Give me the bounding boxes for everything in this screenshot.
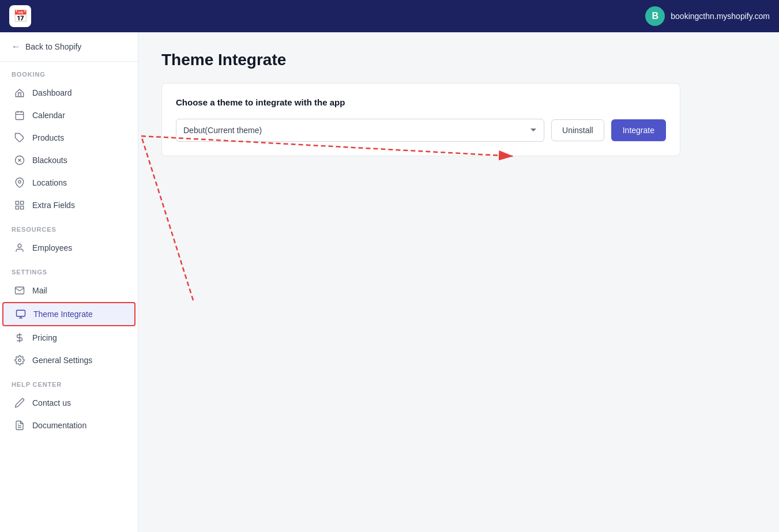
house-icon bbox=[14, 87, 25, 99]
back-arrow-icon: ← bbox=[12, 41, 21, 52]
sidebar-item-label: Blackouts bbox=[32, 156, 67, 165]
user-info: B bookingcthn.myshopify.com bbox=[645, 6, 770, 26]
svg-rect-12 bbox=[21, 206, 24, 209]
sidebar-item-label: Locations bbox=[32, 178, 67, 187]
sidebar-item-label: General Settings bbox=[32, 356, 92, 365]
sidebar-item-label: Documentation bbox=[32, 421, 86, 430]
sidebar-item-calendar[interactable]: Calendar bbox=[2, 104, 136, 126]
svg-line-20 bbox=[141, 136, 193, 300]
x-circle-icon bbox=[14, 154, 25, 166]
sidebar-item-contact-us[interactable]: Contact us bbox=[2, 392, 136, 414]
sidebar-item-label: Extra Fields bbox=[32, 201, 75, 210]
svg-rect-14 bbox=[17, 310, 25, 316]
doc-icon bbox=[14, 420, 25, 431]
svg-point-8 bbox=[18, 180, 21, 183]
integrate-button[interactable]: Integrate bbox=[611, 119, 666, 141]
sidebar-item-general-settings[interactable]: General Settings bbox=[2, 349, 136, 371]
logo-emoji: 📅 bbox=[13, 9, 28, 23]
pin-icon bbox=[14, 177, 25, 188]
svg-rect-10 bbox=[21, 201, 24, 204]
sidebar-item-label: Products bbox=[32, 133, 64, 142]
back-label: Back to Shopify bbox=[25, 42, 81, 51]
back-to-shopify-button[interactable]: ← Back to Shopify bbox=[0, 32, 138, 62]
calendar-icon bbox=[14, 110, 25, 121]
sidebar-item-label: Calendar bbox=[32, 111, 65, 120]
user-avatar: B bbox=[645, 6, 665, 26]
svg-point-16 bbox=[18, 359, 21, 362]
uninstall-button[interactable]: Uninstall bbox=[551, 119, 604, 141]
page-title: Theme Integrate bbox=[161, 51, 756, 69]
app-logo: 📅 bbox=[9, 5, 31, 27]
sidebar-item-dashboard[interactable]: Dashboard bbox=[2, 82, 136, 104]
topbar: 📅 B bookingcthn.myshopify.com bbox=[0, 0, 779, 32]
sidebar-item-products[interactable]: Products bbox=[2, 127, 136, 149]
pencil-icon bbox=[14, 397, 25, 409]
card-subtitle: Choose a theme to integrate with the app bbox=[176, 97, 666, 107]
sidebar-item-locations[interactable]: Locations bbox=[2, 172, 136, 194]
user-store-name: bookingcthn.myshopify.com bbox=[671, 12, 770, 21]
sidebar-item-label: Mail bbox=[32, 286, 47, 295]
sidebar: ← Back to Shopify BOOKING Dashboard Cale… bbox=[0, 32, 138, 532]
section-label-resources: RESOURCES bbox=[0, 217, 138, 236]
section-label-settings: SETTINGS bbox=[0, 259, 138, 279]
envelope-icon bbox=[14, 285, 25, 296]
sidebar-item-blackouts[interactable]: Blackouts bbox=[2, 149, 136, 171]
sidebar-item-label: Pricing bbox=[32, 333, 57, 342]
sidebar-item-label: Dashboard bbox=[32, 88, 72, 97]
sidebar-item-mail[interactable]: Mail bbox=[2, 280, 136, 301]
sidebar-item-documentation[interactable]: Documentation bbox=[2, 414, 136, 436]
svg-rect-11 bbox=[16, 206, 18, 209]
sidebar-item-label: Contact us bbox=[32, 398, 71, 408]
theme-integrate-card: Choose a theme to integrate with the app… bbox=[161, 83, 680, 156]
person-icon bbox=[14, 242, 25, 254]
sidebar-item-employees[interactable]: Employees bbox=[2, 237, 136, 259]
section-label-booking: BOOKING bbox=[0, 62, 138, 81]
theme-select-row: Debut(Current theme) Uninstall Integrate bbox=[176, 119, 666, 142]
main-content: Theme Integrate Choose a theme to integr… bbox=[138, 32, 779, 532]
sidebar-item-theme-integrate[interactable]: Theme Integrate bbox=[2, 302, 136, 326]
grid-icon bbox=[14, 199, 25, 211]
theme-icon bbox=[15, 308, 27, 320]
dollar-icon bbox=[14, 332, 25, 344]
section-label-help: HELP CENTER bbox=[0, 372, 138, 391]
gear-icon bbox=[14, 354, 25, 366]
tag-icon bbox=[14, 132, 25, 144]
sidebar-item-extra-fields[interactable]: Extra Fields bbox=[2, 194, 136, 216]
theme-select-dropdown[interactable]: Debut(Current theme) bbox=[176, 119, 544, 142]
sidebar-item-label: Theme Integrate bbox=[33, 310, 93, 319]
svg-rect-9 bbox=[16, 201, 18, 204]
svg-point-13 bbox=[18, 244, 21, 247]
svg-rect-0 bbox=[16, 112, 24, 120]
sidebar-item-pricing[interactable]: Pricing bbox=[2, 327, 136, 349]
sidebar-item-label: Employees bbox=[32, 243, 72, 252]
